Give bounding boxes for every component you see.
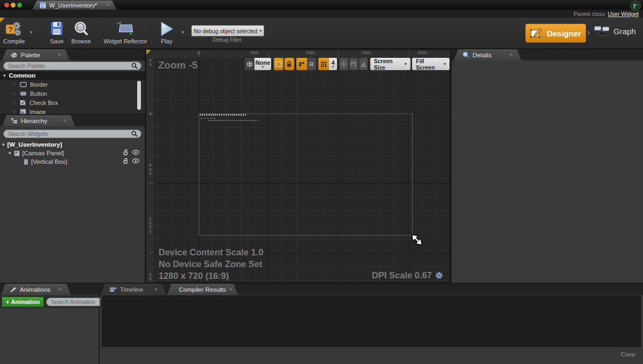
expander-icon[interactable]: ▾ [9,150,11,156]
title-bar: W_UserInventory* ✕ [0,0,643,10]
hierarchy-search-input[interactable] [7,130,129,138]
preview-area-outline[interactable] [199,113,413,236]
selected-widget-outline[interactable] [200,114,246,116]
canvas-panel-icon [14,150,20,156]
palette-item-border[interactable]: ☆ Border [0,80,145,89]
tab-hierarchy[interactable]: Hierarchy ✕ [2,115,75,126]
compile-options-caret-icon[interactable]: ▾ [30,29,33,35]
resize-handle-icon[interactable] [411,234,423,246]
tab-details[interactable]: i Details ✕ [454,49,521,60]
horizontal-ruler: 0 500 1000 1500 2000 [154,50,450,58]
widget-reflector-button[interactable]: Widget Reflector [103,21,148,44]
parent-class-text: Parent class: User Widget [574,11,639,17]
screen-size-dropdown[interactable]: Screen Size ▾ [370,58,410,70]
favorite-star-icon[interactable]: ☆ [12,109,17,114]
timeline-compiler-panel: Timeline ✕ Compiler Results ✕ Clear [100,284,643,364]
show-outlines-toggle[interactable] [274,58,283,70]
details-tabstrip: i Details ✕ [452,49,643,60]
window-minimize-button[interactable] [11,3,16,7]
designer-toolbar: None ▾ [244,58,450,70]
ruler-label: 1500 [361,50,371,55]
browse-button[interactable]: Browse [71,21,91,44]
play-options-caret-icon[interactable]: ▾ [182,29,184,35]
clear-log-button[interactable]: Clear [621,351,635,358]
animations-list-area[interactable] [0,308,99,364]
hierarchy-row-canvas-panel[interactable]: ▾ [Canvas Panel] [0,149,145,157]
favorite-star-icon[interactable]: ☆ [12,90,17,96]
ruler-label: 0 [148,111,152,116]
expander-icon[interactable]: ▾ [2,142,5,147]
palette-category-common[interactable]: ▾ Common [0,71,145,80]
unlocked-icon[interactable] [123,158,129,164]
compiler-tab-close-icon[interactable]: ✕ [229,287,233,292]
palette-search-input[interactable] [7,62,129,70]
unlocked-icon[interactable] [123,149,129,155]
animations-tab-close-icon[interactable]: ✕ [58,287,62,292]
animations-panel: Animations ✕ + Animation [0,284,99,364]
hierarchy-row-root[interactable]: ▾ [W_UserInventory] [0,140,145,149]
visibility-eye-icon[interactable] [132,158,139,163]
lock-icon [286,61,292,67]
source-control-flag-icon[interactable] [630,1,641,11]
child-widget-outline[interactable] [208,120,258,121]
design-surface[interactable]: Zoom -5 None ▾ [154,57,450,282]
palette-tab-close-icon[interactable]: ✕ [57,53,61,57]
designer-mode-button[interactable]: Designer [525,24,586,43]
tab-timeline[interactable]: Timeline ✕ [101,284,166,295]
hierarchy-panel: Hierarchy ✕ ▾ [W_UserInventory] ▾ [Canva… [0,115,145,283]
hierarchy-tab-close-icon[interactable]: ✕ [63,119,66,123]
dropdown-caret-icon: ▾ [405,62,407,66]
asset-tab-title: W_UserInventory* [49,2,97,9]
play-button[interactable]: Play [156,21,177,44]
widget-bars-icon [298,61,305,67]
expander-icon[interactable]: ▾ [3,73,6,78]
resolution-label: 1280 x 720 (16:9) [159,271,229,281]
palette-scrollbar[interactable] [137,81,141,110]
device-content-scale-label: Device Content Scale 1.0 [159,247,263,257]
palette-item-checkbox[interactable]: ☆ Check Box [0,98,145,107]
mode-chevron-icon: › [587,26,590,38]
localization-preview-button[interactable] [244,58,255,70]
tab-animations[interactable]: Animations ✕ [1,284,71,295]
palette-item-button[interactable]: ☆ Button [0,89,145,98]
tab-palette[interactable]: Palette ✕ [2,49,70,60]
compiler-results-log[interactable] [102,295,641,347]
favorite-star-icon[interactable]: ☆ [12,81,17,87]
bottom-tabstrip: Timeline ✕ Compiler Results ✕ [100,284,643,295]
hierarchy-row-vertical-box[interactable]: [Vertical Box] [0,157,145,166]
visibility-eye-icon[interactable] [132,150,139,155]
resolution-r-button[interactable]: R [307,58,316,70]
favorite-star-icon[interactable]: ☆ [12,100,17,105]
window-zoom-button[interactable] [17,3,22,7]
respect-locks-toggle[interactable] [285,58,294,70]
parent-class-link[interactable]: User Widget [608,11,639,17]
canvas-corner-marker [146,50,151,55]
palette-item-image[interactable]: ☆ Image [0,107,145,114]
dropdown-caret-icon: ▾ [444,62,446,66]
grid-size-dropdown[interactable]: 4 ▾ [329,58,337,70]
add-animation-button[interactable]: + Animation [2,297,44,307]
compile-button[interactable]: ? Compile [3,21,25,44]
dpi-settings-gear-icon[interactable] [435,271,443,279]
details-info-icon: i [462,51,469,58]
asset-tab[interactable]: W_UserInventory* ✕ [32,1,117,10]
details-panel: i Details ✕ [452,49,643,283]
tab-compiler-results[interactable]: Compiler Results ✕ [167,284,238,295]
ruler-label: 1000 [148,216,152,233]
timeline-tab-close-icon[interactable]: ✕ [154,287,158,292]
localize-widget-toggle[interactable] [296,58,307,70]
window-close-button[interactable] [4,3,9,7]
preview-culture-dropdown[interactable]: None ▾ [255,58,271,70]
grid-snapping-toggle[interactable] [318,58,329,70]
debug-object-dropdown[interactable]: No debug object selected ▾ [191,25,264,36]
image-widget-icon [20,109,26,114]
asset-tab-close-icon[interactable]: ✕ [106,3,109,7]
details-tab-close-icon[interactable]: ✕ [509,53,513,57]
save-button[interactable]: Save [49,21,64,44]
fill-screen-dropdown[interactable]: Fill Screen ▾ [412,58,450,70]
toolbar-separator [98,20,99,46]
dpi-scale-indicator: DPI Scale 0.67 [372,270,443,280]
graph-icon [594,25,610,37]
graph-mode-button[interactable]: Graph [594,25,636,37]
ruler-label: 500 [148,163,152,176]
